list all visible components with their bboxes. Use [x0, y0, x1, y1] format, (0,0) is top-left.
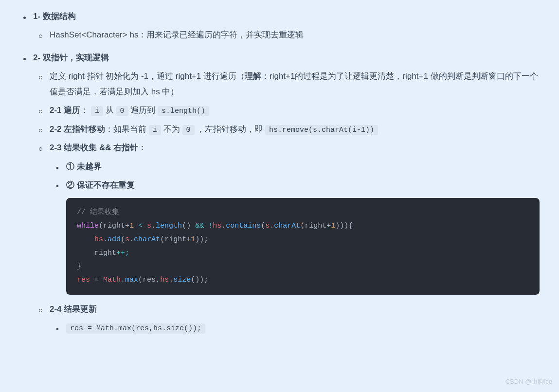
- code-text: .: [169, 276, 173, 284]
- section-2-title: 2- 双指针，实现逻辑: [33, 53, 109, 62]
- code-text: [77, 249, 94, 257]
- s2-2-label: 2-2 左指针移动: [50, 125, 105, 134]
- code-text: .: [221, 222, 226, 230]
- code-text: right+: [305, 222, 331, 230]
- watermark: CSDN @山脚ice: [505, 376, 552, 388]
- code-text: [204, 222, 208, 230]
- section-1-item-1: HashSet<Character> hs：用来记录已经遍历的字符，并实现去重逻…: [50, 30, 304, 39]
- code-text: hs: [160, 276, 169, 284]
- s2-3-sub1: ① 未越界: [66, 162, 102, 171]
- code-text: ());: [191, 276, 208, 284]
- code-text: (: [261, 222, 265, 230]
- document-outline: 1- 数据结构 HashSet<Character> hs：用来记录已经遍历的字…: [19, 9, 540, 336]
- code-text: ,: [156, 276, 160, 284]
- list-item: ① 未越界: [50, 159, 540, 175]
- code-text: [77, 235, 94, 244]
- code-text: (: [121, 235, 125, 244]
- code-text: (: [160, 235, 164, 244]
- code-op: ++;: [116, 249, 129, 257]
- section-1-title: 1- 数据结构: [33, 12, 76, 21]
- code-text: .: [270, 222, 274, 230]
- list-item: 2-2 左指针移动：如果当前 i 不为 0 ，左指针移动，即 hs.remove…: [33, 122, 540, 138]
- code-keyword: while: [77, 222, 99, 230]
- text: ，左指针移动，即: [195, 125, 265, 134]
- code-inline: 0: [182, 125, 195, 135]
- s2-4-label: 2-4 结果更新: [50, 304, 97, 314]
- code-fn: charAt: [274, 222, 300, 230]
- code-text: (: [300, 222, 305, 230]
- s2-3-label: 2-3 结果收集 && 右指针: [50, 143, 138, 152]
- code-number: 1: [191, 235, 195, 244]
- code-inline: i: [149, 125, 161, 135]
- code-inline: i: [91, 106, 103, 116]
- text: 不为: [161, 125, 182, 134]
- s2-1-label: 2-1 遍历: [50, 106, 80, 115]
- code-text: .: [121, 276, 125, 284]
- code-text: ))){: [335, 222, 353, 230]
- code-fn: add: [108, 235, 121, 244]
- s2-3-sub2: ② 保证不存在重复: [66, 180, 135, 190]
- list-item: 定义 right 指针 初始化为 -1，通过 right+1 进行遍历（理解：r…: [33, 69, 540, 100]
- code-text: res: [143, 276, 156, 284]
- code-op: &&: [195, 222, 204, 230]
- code-text: (: [99, 222, 103, 230]
- code-op: <: [134, 222, 147, 230]
- code-text: .: [103, 235, 108, 244]
- code-text: =: [90, 276, 103, 284]
- text: ：如果当前: [105, 125, 149, 134]
- list-item: res = Math.max(res,hs.size());: [50, 320, 540, 336]
- text: ：: [138, 143, 146, 152]
- code-text: right: [94, 249, 116, 257]
- code-block: // 结果收集 while(right+1 < s.length() && !h…: [66, 198, 540, 295]
- code-inline: res = Math.max(res,hs.size());: [66, 323, 205, 334]
- text: 遍历到: [128, 106, 158, 115]
- code-text: (: [138, 276, 143, 284]
- code-text: hs: [94, 235, 103, 244]
- code-fn: size: [173, 276, 191, 284]
- code-text: (): [182, 222, 195, 230]
- list-item: 1- 数据结构 HashSet<Character> hs：用来记录已经遍历的字…: [19, 9, 540, 43]
- code-text: res: [77, 276, 90, 284]
- code-op: !: [208, 222, 213, 230]
- section-2-def-underline: 理解: [245, 71, 261, 81]
- code-text: Math: [103, 276, 121, 284]
- code-text: s: [147, 222, 151, 230]
- list-item: HashSet<Character> hs：用来记录已经遍历的字符，并实现去重逻…: [33, 27, 540, 43]
- text: 从: [103, 106, 116, 115]
- code-fn: max: [125, 276, 138, 284]
- code-text: s: [125, 235, 129, 244]
- code-fn: contains: [226, 222, 261, 230]
- code-text: .: [129, 235, 134, 244]
- s2-1-colon: ：: [80, 106, 89, 115]
- list-item: ② 保证不存在重复 // 结果收集 while(right+1 < s.leng…: [50, 178, 540, 295]
- code-text: s: [265, 222, 270, 230]
- code-inline: s.length(): [158, 106, 209, 116]
- code-fn: charAt: [134, 235, 160, 244]
- code-text: .: [151, 222, 156, 230]
- code-text: }: [77, 262, 81, 270]
- code-number: 1: [129, 222, 134, 230]
- code-inline: 0: [116, 106, 128, 116]
- list-item: 2-3 结果收集 && 右指针： ① 未越界 ② 保证不存在重复 // 结果收集…: [33, 140, 540, 294]
- code-text: right+: [103, 222, 129, 230]
- code-text: ));: [195, 235, 208, 244]
- list-item: 2-4 结果更新 res = Math.max(res,hs.size());: [33, 302, 540, 336]
- code-number: 1: [331, 222, 335, 230]
- list-item: 2-1 遍历： i 从 0 遍历到 s.length(): [33, 103, 540, 119]
- code-text: right+: [164, 235, 191, 244]
- list-item: 2- 双指针，实现逻辑 定义 right 指针 初始化为 -1，通过 right…: [19, 50, 540, 336]
- code-comment: // 结果收集: [77, 208, 119, 216]
- section-2-def-p1: 定义 right 指针 初始化为 -1，通过 right+1 进行遍历（: [50, 71, 245, 81]
- code-inline: hs.remove(s.charAt(i-1)): [265, 125, 378, 135]
- code-fn: length: [156, 222, 182, 230]
- code-text: hs: [213, 222, 221, 230]
